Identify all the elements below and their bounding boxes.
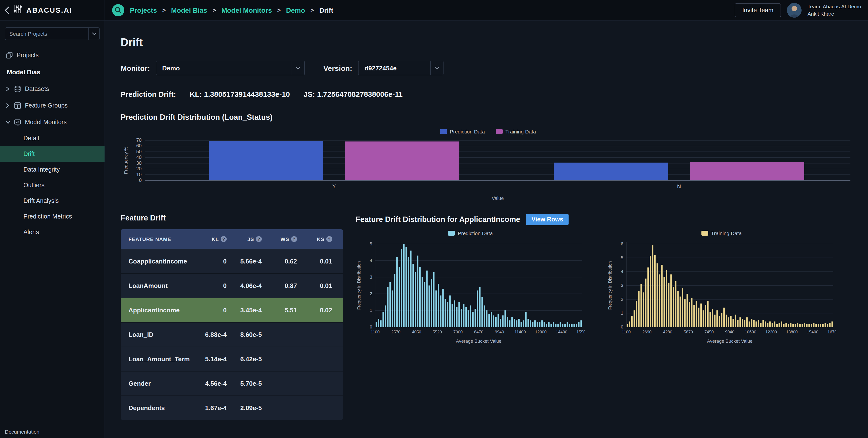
feature-drift-table: FEATURE NAMEKL?JS?WS?KS?CoapplicantIncom… — [121, 229, 343, 420]
help-icon[interactable]: ? — [326, 236, 332, 242]
breadcrumb-separator: > — [277, 7, 281, 13]
monitor-dropdown[interactable]: Demo — [156, 61, 305, 75]
sidebar-item-detail[interactable]: Detail — [0, 130, 104, 146]
projects-icon — [6, 52, 13, 59]
svg-text:2690: 2690 — [642, 330, 652, 334]
version-dropdown[interactable]: d9272454e — [358, 61, 443, 75]
team-info: Team: Abacus.AI Demo Ankit Khare — [808, 3, 861, 17]
sidebar-item-model-monitors[interactable]: Model Monitors — [0, 114, 104, 130]
prediction-drift-distribution-heading: Prediction Drift Distribution (Loan_Stat… — [121, 113, 855, 122]
breadcrumb-item-projects[interactable]: Projects — [130, 6, 157, 14]
svg-text:4280: 4280 — [663, 330, 672, 334]
svg-text:11400: 11400 — [515, 330, 526, 334]
column-header-feature-name: FEATURE NAME — [121, 236, 191, 242]
svg-text:14400: 14400 — [556, 330, 567, 334]
prediction-drift-chart-legend: Prediction DataTraining Data — [121, 128, 855, 135]
view-rows-button[interactable]: View Rows — [526, 214, 568, 225]
cell-kl: 0 — [191, 306, 227, 314]
chevron-down-icon[interactable] — [88, 28, 99, 39]
user-name: Ankit Khare — [808, 10, 861, 17]
chevron-down-icon[interactable] — [430, 61, 443, 75]
table-row-coapplicantincome[interactable]: CoapplicantIncome05.66e-40.620.01 — [121, 249, 343, 273]
topbar-right: Invite Team Team: Abacus.AI Demo Ankit K… — [735, 3, 868, 17]
sidebar-item-label: Feature Groups — [25, 102, 68, 109]
breadcrumb-item-model-monitors[interactable]: Model Monitors — [221, 6, 272, 14]
bottom-row: Feature Drift FEATURE NAMEKL?JS?WS?KS?Co… — [121, 214, 855, 420]
legend-swatch — [448, 231, 455, 236]
help-icon[interactable]: ? — [256, 236, 262, 242]
sidebar-item-feature-groups[interactable]: Feature Groups — [0, 97, 104, 114]
help-icon[interactable]: ? — [291, 236, 297, 242]
hist-0-legend: Prediction Data — [355, 230, 585, 236]
svg-text:15500: 15500 — [577, 330, 585, 334]
sidebar-item-prediction-metrics[interactable]: Prediction Metrics — [0, 209, 104, 224]
sidebar-item-label: Datasets — [25, 86, 49, 92]
breadcrumb-item-model-bias[interactable]: Model Bias — [171, 6, 207, 14]
team-label: Team: Abacus.AI Demo — [808, 3, 861, 10]
documentation-link[interactable]: Documentation — [5, 429, 39, 435]
sidebar-item-drift-analysis[interactable]: Drift Analysis — [0, 193, 104, 209]
column-header-js: JS? — [227, 236, 262, 242]
prediction-drift-chart-svg: 010203040506070Frequency %YNValue — [121, 136, 854, 204]
cell-kl: 1.67e-4 — [191, 404, 227, 412]
sidebar-project-name[interactable]: Model Bias — [0, 63, 104, 81]
prediction-drift-label: Prediction Drift: — [121, 90, 176, 98]
sidebar-item-outliers[interactable]: Outliers — [0, 177, 104, 193]
table-row-loanamount[interactable]: LoanAmount04.06e-40.870.01 — [121, 273, 343, 298]
back-chevron-icon[interactable] — [5, 6, 9, 14]
top-bar: ABACUS.AI Projects>Model Bias>Model Moni… — [0, 0, 868, 21]
prediction-drift-stats: Prediction Drift: KL: 1.3805173914438133… — [121, 90, 855, 98]
breadcrumb-separator: > — [162, 7, 166, 13]
svg-text:0: 0 — [370, 325, 372, 329]
invite-team-button[interactable]: Invite Team — [735, 3, 781, 17]
training-data-histogram: Training Data012345611002690428058707450… — [607, 230, 836, 355]
column-header-kl: KL? — [191, 236, 227, 242]
svg-text:5870: 5870 — [684, 330, 693, 334]
sidebar-item-label: Model Monitors — [25, 119, 67, 126]
breadcrumb-item-demo[interactable]: Demo — [286, 6, 305, 14]
logo-text[interactable]: ABACUS.AI — [26, 6, 72, 14]
main-content: Drift Monitor: Demo Version: d9272454e P… — [105, 21, 868, 438]
table-row-gender[interactable]: Gender4.56e-45.70e-5 — [121, 371, 343, 396]
abacus-logo-icon[interactable] — [14, 5, 22, 16]
feature-groups-icon — [14, 102, 21, 109]
table-row-applicantincome[interactable]: ApplicantIncome03.45e-45.510.02 — [121, 298, 343, 322]
table-row-dependents[interactable]: Dependents1.67e-42.09e-5 — [121, 396, 343, 420]
sidebar-item-datasets[interactable]: Datasets — [0, 81, 104, 97]
datasets-icon — [14, 86, 21, 92]
svg-text:Frequency %: Frequency % — [123, 147, 128, 174]
chevron-down-icon[interactable] — [291, 61, 304, 75]
version-label: Version: — [323, 64, 352, 72]
breadcrumb-item-drift: Drift — [319, 6, 333, 14]
breadcrumb: Projects>Model Bias>Model Monitors>Demo>… — [105, 4, 735, 17]
cell-ks: 0.02 — [297, 306, 343, 314]
chevron-right-icon — [6, 87, 10, 91]
search-icon[interactable] — [112, 4, 125, 17]
svg-text:13800: 13800 — [786, 330, 798, 334]
help-icon[interactable]: ? — [221, 236, 227, 242]
feature-name: Loan_ID — [121, 331, 191, 338]
svg-text:1: 1 — [621, 311, 623, 316]
column-header-ks: KS? — [297, 236, 343, 242]
table-row-loan-amount-term[interactable]: Loan_Amount_Term5.14e-46.42e-5 — [121, 347, 343, 371]
feature-dist-header: Feature Drift Distribution for Applicant… — [355, 214, 855, 225]
search-projects-input[interactable]: Search Projects — [5, 27, 100, 40]
chevron-down-icon — [6, 120, 10, 124]
svg-text:70: 70 — [136, 137, 142, 143]
svg-text:12200: 12200 — [766, 330, 777, 334]
feature-name: Dependents — [121, 404, 191, 412]
svg-text:16700: 16700 — [828, 330, 836, 334]
svg-text:4: 4 — [370, 258, 372, 263]
svg-text:0: 0 — [139, 177, 142, 183]
sidebar-item-drift[interactable]: Drift — [0, 146, 104, 162]
svg-text:Average Bucket Value: Average Bucket Value — [707, 339, 752, 344]
svg-text:1: 1 — [370, 308, 372, 313]
cell-js: 5.70e-5 — [227, 380, 262, 387]
svg-text:12900: 12900 — [535, 330, 547, 334]
sidebar-item-projects[interactable]: Projects — [0, 47, 104, 63]
table-row-loan-id[interactable]: Loan_ID6.88e-48.60e-5 — [121, 322, 343, 347]
avatar[interactable] — [787, 3, 802, 17]
svg-text:5: 5 — [621, 256, 623, 260]
sidebar-item-data-integrity[interactable]: Data Integrity — [0, 162, 104, 177]
sidebar-item-alerts[interactable]: Alerts — [0, 224, 104, 240]
